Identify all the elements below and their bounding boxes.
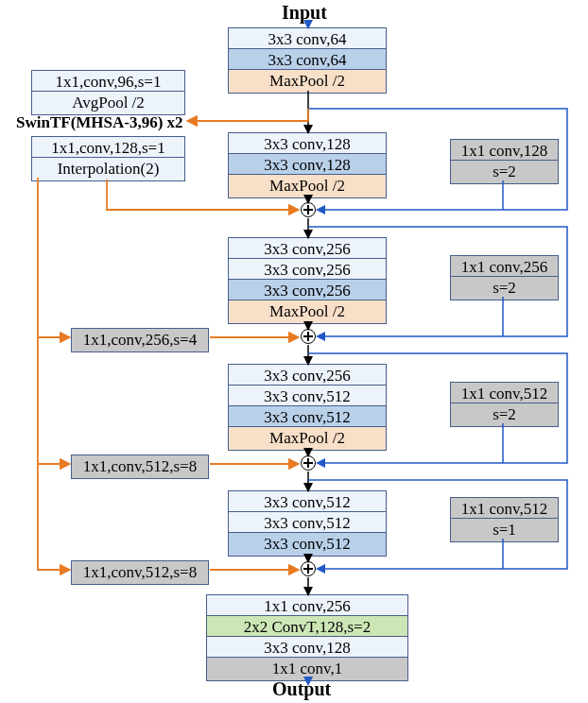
- side-swin: SwinTF(MHSA-3,96) x2: [16, 113, 183, 132]
- proj-256: 1x1,conv,256,s=4: [71, 328, 209, 352]
- b5-conv3: 3x3 conv,512: [228, 532, 387, 557]
- side-interp: Interpolation(2): [31, 157, 185, 181]
- sum-3: [301, 455, 316, 471]
- skip-256-l2: s=2: [450, 276, 559, 300]
- sum-2: [301, 329, 316, 344]
- skip-512b-l2: s=1: [450, 518, 559, 542]
- sum-4: [301, 561, 316, 576]
- b3-mp: MaxPool /2: [228, 300, 387, 324]
- out-conv1: 1x1 conv,1: [206, 657, 408, 681]
- b4-mp: MaxPool /2: [228, 426, 387, 451]
- output-label: Output: [272, 678, 331, 700]
- input-label: Input: [282, 2, 327, 24]
- b1-mp: MaxPool /2: [228, 69, 387, 94]
- b2-mp: MaxPool /2: [228, 174, 387, 198]
- side-avgpool: AvgPool /2: [31, 91, 185, 115]
- skip-128-l2: s=2: [450, 160, 559, 184]
- proj-512a: 1x1,conv,512,s=8: [71, 454, 209, 479]
- skip-512a-l2: s=2: [450, 403, 559, 427]
- proj-512b: 1x1,conv,512,s=8: [71, 560, 209, 585]
- sum-1: [301, 202, 316, 217]
